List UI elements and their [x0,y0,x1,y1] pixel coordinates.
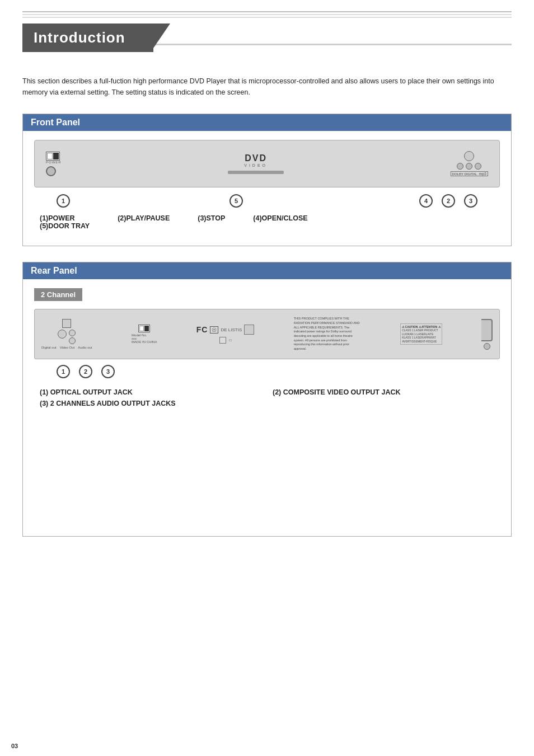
fp-num-1-circle: 1 [57,194,70,208]
rp-fc-logos: FC ☉ DE LISTIS [196,325,254,335]
rp-logo-area: Model No. xxx MADE IN CHINA [132,325,157,344]
rp-digital-out-label: Digital out [41,346,57,349]
rp-label-optical: (1) OPTICAL OUTPUT JACK [40,388,261,396]
rear-panel-header: Rear Panel [23,262,511,279]
rp-num-1-circle: 1 [57,365,70,378]
rp-left-ports: Digital out Video Out Audio out [41,319,92,349]
title-banner: Introduction [22,24,153,52]
fp-label-open: (4)OPEN/CLOSE [253,214,307,230]
rp-cert-area: FC ☉ DE LISTIS □ [196,325,254,344]
fp-num-4-circle: 4 [419,194,433,208]
page-number: 03 [11,743,18,749]
fp-disc-slot [228,171,284,174]
rp-voltage-text: □ [229,339,232,342]
fp-label-power: (1)POWER [40,214,90,222]
front-panel-device-diagram: POWER DVD VIDEO [34,140,500,187]
fp-btn-2 [466,163,472,170]
rear-panel-section: Rear Panel 2 Channel Dig [22,262,512,537]
rp-model-text: Model No. xxx MADE IN CHINA [132,334,157,344]
rp-right-bracket [481,319,493,341]
rp-voltage-area: □ [219,337,232,344]
rp-label-audio: (3) 2 CHANNELS AUDIO OUTPUT JACKS [40,400,261,407]
rp-numbers-layout: 1 2 3 [34,363,500,383]
channel-badge: 2 Channel [34,288,82,301]
rp-warning-detail: CLASS 1 LASER PRODUCT LUOKAN 1 LASERLAIT… [402,328,440,343]
rear-panel-device-diagram: Digital out Video Out Audio out Model No… [34,309,500,359]
fp-right-area: DOLBY DIGITAL mp3 [451,151,488,176]
fp-left-area: POWER [46,152,62,176]
rp-num-2-circle: 2 [79,365,92,378]
fp-btn-1 [457,163,463,170]
rp-warning-block: ⚠ CAUTION ⚠ ATTENTION ⚠ CLASS 1 LASER PR… [400,323,442,345]
rp-optical-port [62,319,71,328]
rp-small-circle [484,343,490,350]
fp-dvd-subtitle: VIDEO [244,163,268,167]
rp-small-text-block: THIS PRODUCT COMPLIES WITH THE RADIATION… [294,317,361,351]
rp-video-out-label: Video Out [60,346,75,349]
fp-btn-3 [475,163,481,170]
fp-numbers-layout: 1 5 4 2 3 [34,191,500,210]
fp-logo [46,152,60,161]
rp-num-3-circle: 3 [101,365,115,378]
rp-right-port [481,319,493,350]
fp-nums-234-area: 4 2 3 [419,194,477,208]
front-panel-header: Front Panel [23,114,511,131]
rp-av-ports [58,330,76,344]
fp-label-play: (2)PLAY/PAUSE [118,214,170,230]
rp-label-composite: (2) COMPOSITE VIDEO OUTPUT JACK [273,388,494,396]
rp-voltage-box [219,337,226,344]
fp-eject-button [464,151,474,161]
fp-num-1-area: 1 [57,194,70,208]
rp-audio-ports [69,330,76,344]
fp-num-5-circle: 5 [229,194,243,208]
rear-panel-bottom-space [34,413,500,525]
rp-audio-out-label: Audio out [78,346,92,349]
rp-listis-text: DE LISTIS [221,327,242,332]
fp-digital-badge: DOLBY DIGITAL mp3 [451,171,488,176]
fp-logo-box [46,152,60,161]
fp-num-2-circle: 2 [442,194,455,208]
front-panel-section: Front Panel POWER DVD [22,114,512,246]
rp-cert-box [244,325,254,335]
decorative-lines [22,11,512,18]
rp-output-labels: (1) OPTICAL OUTPUT JACK (2) COMPOSITE VI… [34,383,500,413]
fp-label-door: (5)DOOR TRAY [40,222,90,230]
fp-power-button [46,166,56,176]
fp-dvd-logo: DVD [245,153,267,163]
fp-num-3-circle: 3 [464,194,477,208]
rp-fc-text: FC [196,325,208,334]
rp-audio-l [69,330,76,336]
fp-label-1-5: (1)POWER (5)DOOR TRAY [40,214,90,230]
intro-text: This section describes a full-fuction hi… [22,76,512,98]
fp-digital-text: DOLBY DIGITAL [452,172,477,176]
fp-labels: (1)POWER (5)DOOR TRAY (2)PLAY/PAUSE (3)S… [34,210,500,234]
fp-mp3-text: mp3 [479,172,486,176]
rp-port-labels: Digital out Video Out Audio out [41,346,92,349]
rp-cert-icon: ☉ [210,326,218,334]
fp-small-buttons [457,163,481,170]
fp-center-area: DVD VIDEO [228,153,284,174]
rp-video-port [58,330,67,339]
page-title: Introduction [34,29,125,46]
fp-label-stop: (3)STOP [198,214,225,230]
rp-logo-box [138,325,150,332]
fp-power-label: POWER [46,161,62,164]
rp-audio-r [69,337,76,344]
fp-num-5-area: 5 [229,194,243,208]
